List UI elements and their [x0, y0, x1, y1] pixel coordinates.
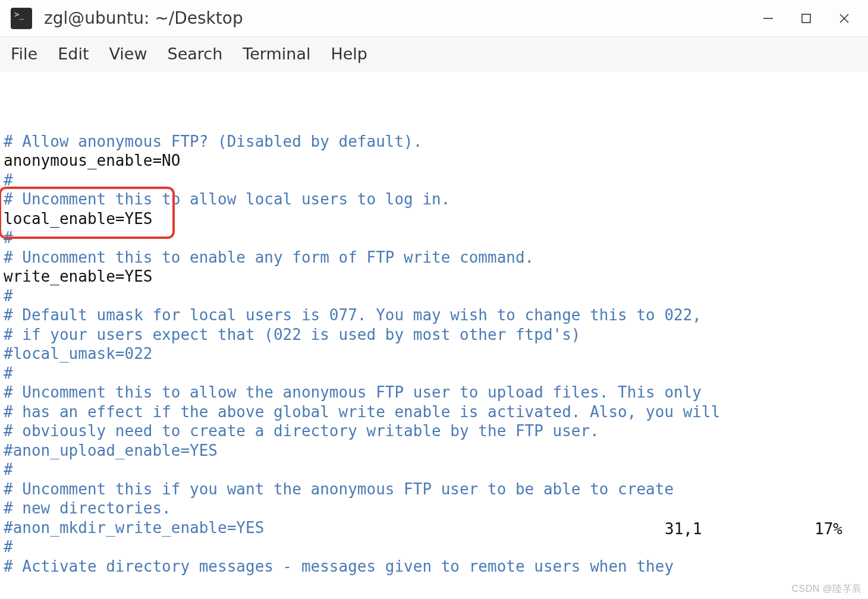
scroll-percent: 17%: [814, 520, 842, 538]
editor-line: anonymous_enable=NO: [4, 151, 864, 171]
editor-line: # new directories.: [4, 499, 864, 518]
minimize-icon: [762, 12, 774, 24]
editor-line: #: [4, 228, 864, 248]
editor-line: #: [4, 364, 864, 383]
editor-line: #anon_mkdir_write_enable=YES: [4, 518, 864, 538]
terminal-app-icon: >_: [11, 8, 32, 29]
close-button[interactable]: [836, 10, 853, 27]
editor-line: # has an effect if the above global writ…: [4, 402, 864, 422]
menu-file[interactable]: File: [11, 45, 37, 63]
maximize-button[interactable]: [798, 10, 814, 27]
menu-view[interactable]: View: [109, 45, 147, 63]
watermark: CSDN @陸芓辰: [791, 583, 862, 595]
minimize-button[interactable]: [760, 10, 776, 27]
editor-line: # Activate directory messages - messages…: [4, 557, 864, 576]
menu-search[interactable]: Search: [168, 45, 223, 63]
editor-line: write_enable=YES: [4, 267, 864, 286]
editor-line: # Uncomment this to allow local users to…: [4, 190, 864, 209]
maximize-icon: [800, 12, 812, 24]
editor-line: #local_umask=022: [4, 344, 864, 364]
cursor-position: 31,1: [665, 520, 702, 538]
svg-rect-1: [802, 14, 810, 23]
editor-line: # Allow anonymous FTP? (Disabled by defa…: [4, 132, 864, 152]
editor-line: #: [4, 286, 864, 306]
close-icon: [838, 12, 850, 24]
editor-line: #: [4, 537, 864, 557]
menu-terminal[interactable]: Terminal: [243, 45, 310, 63]
titlebar: >_ zgl@ubuntu: ~/Desktop: [0, 0, 868, 37]
editor-line: #: [4, 171, 864, 190]
editor-line: # Uncomment this if you want the anonymo…: [4, 480, 864, 499]
editor-line: # Uncomment this to allow the anonymous …: [4, 383, 864, 402]
editor-area[interactable]: # Allow anonymous FTP? (Disabled by defa…: [0, 71, 868, 595]
window-controls: [760, 10, 857, 27]
menu-edit[interactable]: Edit: [58, 45, 89, 63]
window-title: zgl@ubuntu: ~/Desktop: [44, 8, 760, 28]
terminal-icon-glyph: >_: [14, 10, 24, 18]
editor-line: # if your users expect that (022 is used…: [4, 325, 864, 345]
editor-line: local_enable=YES: [4, 209, 864, 229]
editor-line: # Uncomment this to enable any form of F…: [4, 248, 864, 267]
menu-help[interactable]: Help: [331, 45, 367, 63]
editor-line: #: [4, 460, 864, 480]
editor-line: # obviously need to create a directory w…: [4, 421, 864, 441]
editor-line: # Default umask for local users is 077. …: [4, 305, 864, 325]
menubar: File Edit View Search Terminal Help: [0, 37, 868, 71]
editor-line: #anon_upload_enable=YES: [4, 441, 864, 461]
